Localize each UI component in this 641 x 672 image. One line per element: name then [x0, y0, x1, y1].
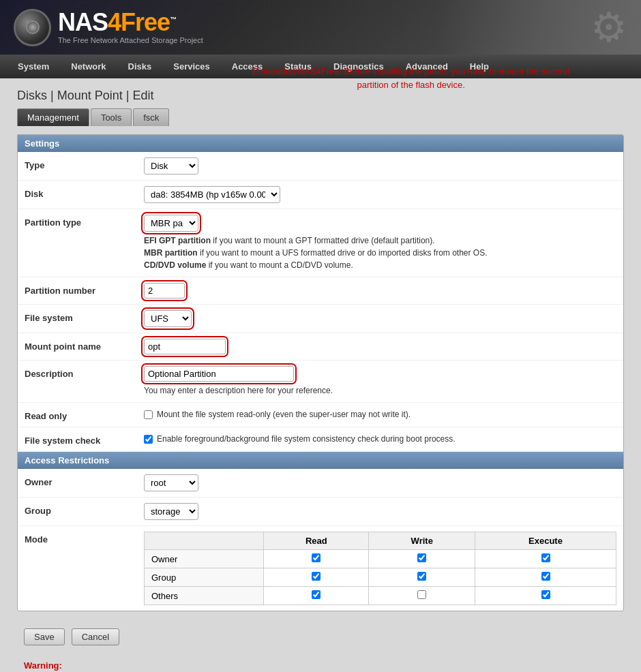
readonly-control: Mount the file system read-only (even th…: [144, 408, 616, 421]
mode-owner-name: Owner: [145, 550, 264, 568]
mode-col-read: Read: [264, 532, 369, 550]
partition-type-label: Partition type: [25, 215, 144, 228]
description-row: Description You may enter a description …: [18, 361, 623, 403]
nav-system[interactable]: System: [7, 55, 60, 78]
gear-icon: ⚙: [591, 3, 627, 51]
type-select[interactable]: Disk: [144, 157, 198, 174]
filesystem-label: File system: [25, 310, 144, 323]
main-content: Disks | Mount Point | Edit Management To…: [0, 78, 641, 672]
partition-type-help: EFI GPT partition if you want to mount a…: [144, 234, 616, 271]
mode-group-write-checkbox[interactable]: [417, 572, 426, 581]
mode-row: Mode Read Write Execute Owner: [18, 526, 623, 611]
tab-management[interactable]: Management: [17, 108, 89, 126]
fscheck-control: Enable foreground/background file system…: [144, 433, 616, 445]
tab-fsck[interactable]: fsck: [133, 108, 169, 126]
group-row: Group storage wheel nobody: [18, 498, 623, 526]
mode-others-name: Others: [145, 587, 264, 605]
description-control: You may enter a description here for you…: [144, 366, 616, 397]
button-row: Save Cancel: [17, 622, 624, 652]
mode-group-read: [264, 568, 369, 587]
logo-inner-circle: [26, 20, 40, 34]
logo-icon: [14, 9, 51, 46]
group-select[interactable]: storage wheel nobody: [144, 503, 198, 520]
mode-col-empty: [145, 532, 264, 550]
disk-select[interactable]: da8: 3854MB (hp v165w 0.00): [144, 186, 280, 203]
nav-network[interactable]: Network: [60, 55, 117, 78]
header: NAS4Free™ The Free Network Attached Stor…: [0, 0, 641, 55]
type-row: Type Disk: [18, 152, 623, 181]
owner-label: Owner: [25, 474, 144, 487]
owner-select[interactable]: root admin nobody: [144, 474, 198, 491]
mode-owner-read-checkbox[interactable]: [312, 553, 320, 562]
warning-box: Warning: You can't mount the partition '…: [17, 652, 624, 672]
group-label: Group: [25, 503, 144, 516]
mode-owner-execute-checkbox[interactable]: [541, 553, 550, 562]
mode-owner-read: [264, 550, 369, 568]
notice-text: Embedded NAS4Free: Before installing the…: [198, 65, 624, 91]
logo-text: NAS4Free™ The Free Network Attached Stor…: [58, 10, 203, 44]
cancel-button[interactable]: Cancel: [72, 628, 119, 645]
save-button[interactable]: Save: [24, 628, 65, 645]
partition-number-label: Partition number: [25, 283, 144, 296]
partition-number-control: [144, 283, 616, 299]
mode-others-row: Others: [145, 587, 616, 605]
mode-table: Read Write Execute Owner: [144, 532, 616, 605]
mode-others-write: [369, 587, 475, 605]
mode-group-read-checkbox[interactable]: [312, 572, 320, 581]
nav-disks[interactable]: Disks: [117, 55, 163, 78]
readonly-checkbox[interactable]: [144, 410, 153, 419]
partition-number-row: Partition number: [18, 277, 623, 305]
mode-owner-row: Owner: [145, 550, 616, 568]
partition-type-select[interactable]: EFI GPT partition MBR partition CD/DVD v…: [144, 215, 198, 232]
disk-label: Disk: [25, 186, 144, 199]
description-label: Description: [25, 366, 144, 379]
mode-group-write: [369, 568, 475, 587]
mode-others-read-checkbox[interactable]: [312, 590, 320, 599]
mount-point-label: Mount point name: [25, 339, 144, 352]
mode-owner-write-checkbox[interactable]: [417, 553, 426, 562]
mode-group-row: Group: [145, 568, 616, 587]
type-label: Type: [25, 157, 144, 170]
settings-panel: Settings Type Disk Disk da8: 3854MB (hp …: [17, 134, 624, 611]
readonly-row: Read only Mount the file system read-onl…: [18, 403, 623, 427]
mode-control: Read Write Execute Owner: [144, 532, 616, 605]
partition-type-control: EFI GPT partition MBR partition CD/DVD v…: [144, 215, 616, 271]
tab-tools[interactable]: Tools: [91, 108, 132, 126]
access-restrictions-header: Access Restrictions: [18, 452, 623, 469]
type-control: Disk: [144, 157, 616, 174]
mode-owner-execute: [475, 550, 616, 568]
owner-row: Owner root admin nobody: [18, 469, 623, 498]
mode-label: Mode: [25, 532, 144, 545]
filesystem-select[interactable]: UFS FAT32 EXT2 NTFS: [144, 310, 192, 327]
fscheck-label: File system check: [25, 433, 144, 446]
mode-others-execute: [475, 587, 616, 605]
fscheck-help: Enable foreground/background file system…: [157, 433, 456, 445]
mode-others-write-checkbox[interactable]: [417, 590, 426, 599]
mount-point-input[interactable]: [144, 339, 226, 354]
partition-type-row: Partition type EFI GPT partition MBR par…: [18, 209, 623, 277]
fscheck-row: File system check Enable foreground/back…: [18, 427, 623, 452]
disk-control: da8: 3854MB (hp v165w 0.00): [144, 186, 616, 203]
readonly-label: Read only: [25, 408, 144, 421]
group-control: storage wheel nobody: [144, 503, 616, 520]
breadcrumb: Disks | Mount Point | Edit: [17, 89, 170, 103]
brand-subtitle: The Free Network Attached Storage Projec…: [58, 36, 203, 44]
mode-group-execute-checkbox[interactable]: [541, 572, 550, 581]
mount-point-control: [144, 339, 616, 354]
owner-control: root admin nobody: [144, 474, 616, 491]
mode-others-execute-checkbox[interactable]: [541, 590, 550, 599]
warning-label: Warning:: [24, 660, 62, 671]
description-hint: You may enter a description here for you…: [144, 384, 616, 397]
partition-number-input[interactable]: [144, 283, 185, 299]
tabs: Management Tools fsck: [17, 108, 170, 126]
description-input[interactable]: [144, 366, 294, 382]
mount-point-row: Mount point name: [18, 333, 623, 361]
readonly-help: Mount the file system read-only (even th…: [157, 408, 411, 421]
fscheck-checkbox[interactable]: [144, 435, 153, 444]
logo-area: NAS4Free™ The Free Network Attached Stor…: [14, 9, 203, 46]
mode-group-execute: [475, 568, 616, 587]
settings-header: Settings: [18, 135, 623, 152]
filesystem-row: File system UFS FAT32 EXT2 NTFS: [18, 305, 623, 333]
disk-row: Disk da8: 3854MB (hp v165w 0.00): [18, 181, 623, 209]
mode-owner-write: [369, 550, 475, 568]
